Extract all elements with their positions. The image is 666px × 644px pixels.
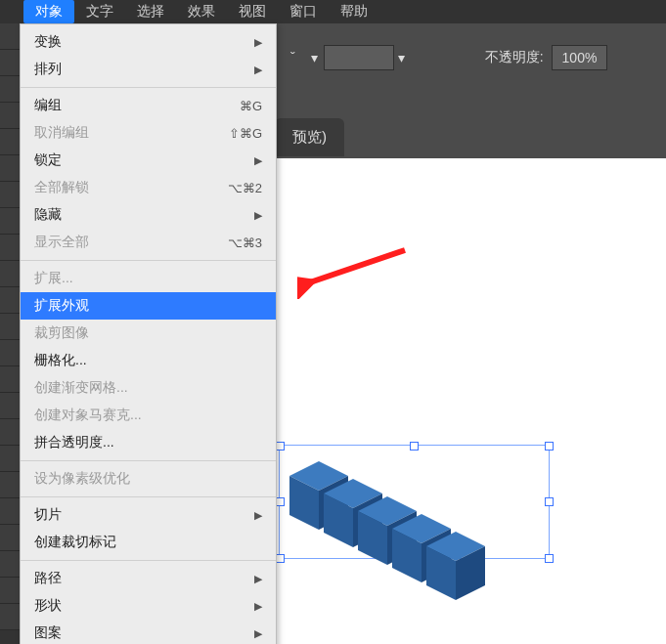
menubar-item-text[interactable]: 文字 bbox=[74, 0, 125, 23]
tool-slot[interactable] bbox=[0, 129, 20, 155]
svg-line-15 bbox=[307, 250, 405, 283]
menu-item-label: 图案 bbox=[34, 624, 62, 642]
menubar-item-label: 窗口 bbox=[289, 3, 317, 19]
tool-slot[interactable] bbox=[0, 103, 20, 129]
menu-item: 创建对象马赛克... bbox=[21, 402, 276, 429]
menu-item[interactable]: 锁定▶ bbox=[21, 147, 276, 174]
document-tab-label: 预览) bbox=[292, 128, 327, 145]
menu-item[interactable]: 隐藏▶ bbox=[21, 201, 276, 229]
tool-slot[interactable] bbox=[0, 604, 20, 630]
tool-slot[interactable] bbox=[0, 340, 20, 366]
menu-item[interactable]: 变换▶ bbox=[21, 28, 276, 56]
tool-slot[interactable] bbox=[0, 182, 20, 208]
menu-item[interactable]: 排列▶ bbox=[21, 56, 276, 83]
menu-item-label: 创建渐变网格... bbox=[34, 379, 128, 397]
annotation-arrow bbox=[297, 240, 415, 299]
tool-slot[interactable] bbox=[0, 525, 20, 551]
tool-slot[interactable] bbox=[0, 23, 20, 50]
menubar-item-label: 帮助 bbox=[340, 3, 368, 19]
menu-shortcut: ⌥⌘3 bbox=[228, 236, 262, 250]
menubar-item-view[interactable]: 视图 bbox=[227, 0, 278, 23]
menu-item-label: 隐藏 bbox=[34, 206, 62, 224]
menubar-item-label: 文字 bbox=[86, 3, 113, 19]
separator: ▾ bbox=[311, 50, 318, 65]
menu-item-label: 设为像素级优化 bbox=[34, 470, 130, 488]
artwork-3d-text[interactable] bbox=[275, 437, 568, 603]
submenu-arrow-icon: ▶ bbox=[254, 627, 262, 640]
menu-item: 设为像素级优化 bbox=[21, 465, 276, 493]
tool-slot[interactable] bbox=[0, 261, 20, 287]
tool-slot[interactable] bbox=[0, 551, 20, 578]
opacity-field[interactable]: 100% bbox=[552, 45, 608, 70]
menubar-item-window[interactable]: 窗口 bbox=[278, 0, 329, 23]
menu-item[interactable]: 路径▶ bbox=[21, 565, 276, 592]
menu-item-label: 栅格化... bbox=[34, 352, 87, 369]
submenu-arrow-icon: ▶ bbox=[254, 509, 262, 522]
menu-item[interactable]: 形状▶ bbox=[21, 592, 276, 620]
menubar-item-label: 选择 bbox=[137, 3, 164, 19]
menu-item-label: 取消编组 bbox=[34, 124, 89, 142]
tool-slot[interactable] bbox=[0, 235, 20, 261]
chevron-down-icon[interactable]: ▾ bbox=[398, 50, 405, 65]
menu-item[interactable]: 拼合透明度... bbox=[21, 429, 276, 456]
document-tabs: 预览) bbox=[275, 115, 344, 158]
menu-item-label: 扩展... bbox=[34, 270, 73, 287]
tool-slot[interactable] bbox=[0, 472, 20, 498]
menu-item-label: 排列 bbox=[34, 61, 62, 78]
submenu-arrow-icon: ▶ bbox=[254, 154, 262, 167]
document-tab[interactable]: 预览) bbox=[275, 118, 344, 156]
object-menu-dropdown: 变换▶排列▶编组⌘G取消编组⇧⌘G锁定▶全部解锁⌥⌘2隐藏▶显示全部⌥⌘3扩展.… bbox=[20, 23, 277, 644]
menu-item: 创建渐变网格... bbox=[21, 374, 276, 402]
tool-slot[interactable] bbox=[0, 419, 20, 446]
tool-slot[interactable] bbox=[0, 498, 20, 525]
tool-slot[interactable] bbox=[0, 287, 20, 314]
menubar-item-help[interactable]: 帮助 bbox=[329, 0, 379, 23]
menubar-item-effect[interactable]: 效果 bbox=[176, 0, 227, 23]
chevron-down-icon[interactable]: ˇ bbox=[290, 50, 295, 65]
menu-item[interactable]: 切片▶ bbox=[21, 501, 276, 529]
tool-slot[interactable] bbox=[0, 76, 20, 103]
menu-item[interactable]: 扩展外观 bbox=[21, 292, 276, 320]
menu-shortcut: ⇧⌘G bbox=[229, 126, 262, 141]
menu-item: 裁剪图像 bbox=[21, 320, 276, 347]
menu-item[interactable]: 编组⌘G bbox=[21, 92, 276, 119]
menu-shortcut: ⌘G bbox=[240, 99, 262, 113]
tool-slot[interactable] bbox=[0, 155, 20, 182]
menu-item-label: 路径 bbox=[34, 570, 62, 587]
menu-item[interactable]: 图案▶ bbox=[21, 620, 276, 644]
tool-slot[interactable] bbox=[0, 366, 20, 393]
tool-slot[interactable] bbox=[0, 208, 20, 235]
submenu-arrow-icon: ▶ bbox=[254, 64, 262, 76]
menu-item-label: 裁剪图像 bbox=[34, 324, 89, 342]
tool-slot[interactable] bbox=[0, 446, 20, 472]
menu-item: 显示全部⌥⌘3 bbox=[21, 229, 276, 256]
fill-swatch[interactable] bbox=[324, 45, 394, 70]
menu-item-label: 全部解锁 bbox=[34, 179, 89, 196]
menu-item: 全部解锁⌥⌘2 bbox=[21, 174, 276, 201]
menu-item-label: 编组 bbox=[34, 97, 62, 114]
menu-item-label: 切片 bbox=[34, 506, 62, 524]
canvas[interactable] bbox=[275, 158, 666, 644]
menu-shortcut: ⌥⌘2 bbox=[228, 181, 262, 195]
menubar-item-select[interactable]: 选择 bbox=[125, 0, 176, 23]
menubar-item-label: 效果 bbox=[188, 3, 215, 19]
tool-strip bbox=[0, 23, 20, 644]
menu-item-label: 创建裁切标记 bbox=[34, 534, 116, 551]
menu-item[interactable]: 创建裁切标记 bbox=[21, 529, 276, 556]
menu-item-label: 形状 bbox=[34, 597, 62, 615]
menubar-item-label: 对象 bbox=[35, 3, 63, 19]
tool-slot[interactable] bbox=[0, 314, 20, 340]
menu-item-label: 扩展外观 bbox=[34, 297, 89, 315]
menubar-item-label: 视图 bbox=[239, 3, 266, 19]
submenu-arrow-icon: ▶ bbox=[254, 573, 262, 585]
menubar-item-object[interactable]: 对象 bbox=[23, 0, 74, 23]
menu-item-label: 显示全部 bbox=[34, 234, 89, 251]
menu-item[interactable]: 栅格化... bbox=[21, 347, 276, 374]
tool-slot[interactable] bbox=[0, 50, 20, 76]
tool-slot[interactable] bbox=[0, 393, 20, 419]
opacity-label: 不透明度: bbox=[485, 49, 544, 66]
tool-slot[interactable] bbox=[0, 578, 20, 604]
menu-item-label: 变换 bbox=[34, 33, 62, 51]
menu-item-label: 拼合透明度... bbox=[34, 434, 114, 451]
menu-item: 扩展... bbox=[21, 265, 276, 292]
